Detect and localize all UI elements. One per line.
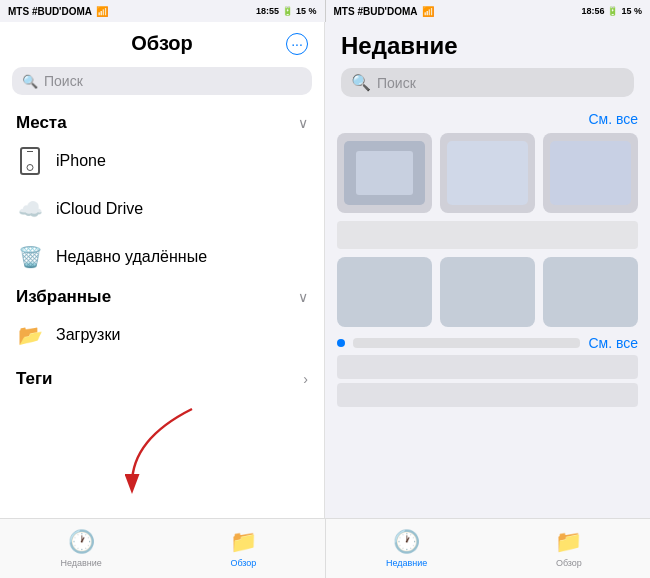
section-divider-row: См. все [337, 335, 638, 351]
right-search-icon: 🔍 [351, 73, 371, 92]
recently-deleted-label: Недавно удалённые [56, 248, 207, 266]
places-chevron-icon: ∨ [298, 115, 308, 131]
more-button[interactable]: ··· [286, 33, 308, 55]
tab-bars: 🕐 Недавние 📁 Обзор 🕐 Недавние 📁 Обзор [0, 518, 650, 578]
left-battery: 🔋 [282, 6, 293, 16]
right-battery-pct: 15 % [621, 6, 642, 16]
section-dot [337, 339, 345, 347]
clock-icon-left: 🕐 [68, 529, 95, 555]
trash-icon: 🗑️ [16, 243, 44, 271]
tab-overview-right[interactable]: 📁 Обзор [488, 519, 650, 578]
right-panel-title: Недавние [341, 32, 634, 60]
right-status-left: MTS #BUD'DOMA 📶 [334, 6, 434, 17]
section-label [353, 338, 580, 348]
icloud-icon: ☁️ [16, 195, 44, 223]
tab-recent-right-label: Недавние [386, 558, 427, 568]
right-search-bar[interactable]: 🔍 Поиск [341, 68, 634, 97]
tab-recent-left-label: Недавние [60, 558, 101, 568]
tags-chevron-icon: › [303, 371, 308, 387]
arrow-annotation-area [0, 399, 324, 518]
left-header: Обзор ··· [0, 22, 324, 63]
right-carrier: MTS #BUD'DOMA [334, 6, 418, 17]
left-search-bar[interactable]: 🔍 Поиск [12, 67, 312, 95]
recently-deleted-item[interactable]: 🗑️ Недавно удалённые [0, 233, 324, 281]
places-section-header: Места ∨ [0, 107, 324, 137]
tab-recent-right[interactable]: 🕐 Недавние [326, 519, 488, 578]
right-status-right: 18:56 🔋 15 % [581, 6, 642, 16]
blurred-text-row [337, 221, 638, 249]
right-status-bar: MTS #BUD'DOMA 📶 18:56 🔋 15 % [326, 0, 651, 22]
folder-icon-left: 📁 [230, 529, 257, 555]
tab-overview-left[interactable]: 📁 Обзор [162, 519, 324, 578]
left-search-icon: 🔍 [22, 74, 38, 89]
status-bars: MTS #BUD'DOMA 📶 18:55 🔋 15 % MTS #BUD'DO… [0, 0, 650, 22]
file-mini-rows [337, 355, 638, 407]
left-carrier: MTS #BUD'DOMA [8, 6, 92, 17]
file-mini-1 [337, 355, 638, 379]
right-wifi-icon: 📶 [422, 6, 434, 17]
right-search-placeholder: Поиск [377, 75, 416, 91]
left-wifi-icon: 📶 [96, 6, 108, 17]
folder-icon-right: 📁 [555, 529, 582, 555]
tab-overview-right-label: Обзор [556, 558, 582, 568]
right-time: 18:56 [581, 6, 604, 16]
left-tab-bar: 🕐 Недавние 📁 Обзор [0, 519, 326, 578]
tags-section[interactable]: Теги › [0, 359, 324, 399]
favorites-section-header: Избранные ∨ [0, 281, 324, 311]
file-row-2 [440, 257, 535, 327]
tags-title: Теги [16, 369, 53, 389]
right-header: Недавние 🔍 Поиск [325, 22, 650, 103]
file-thumb-3 [543, 133, 638, 213]
left-status-right: 18:55 🔋 15 % [256, 6, 317, 16]
downloads-folder-icon: 📂 [16, 321, 44, 349]
left-panel: Обзор ··· 🔍 Поиск Места ∨ iPhone ☁️ iClo… [0, 22, 325, 518]
see-all-link-2[interactable]: См. все [588, 335, 638, 351]
file-thumb-1 [337, 133, 432, 213]
file-row-3 [543, 257, 638, 327]
iphone-item[interactable]: iPhone [0, 137, 324, 185]
left-time: 18:55 [256, 6, 279, 16]
see-all-link-1[interactable]: См. все [588, 111, 638, 127]
right-battery-icon: 🔋 [607, 6, 618, 16]
downloads-label: Загрузки [56, 326, 120, 344]
main-content: Обзор ··· 🔍 Поиск Места ∨ iPhone ☁️ iClo… [0, 22, 650, 518]
right-tab-bar: 🕐 Недавние 📁 Обзор [326, 519, 651, 578]
left-panel-title: Обзор [131, 32, 193, 55]
arrow-svg [102, 399, 222, 499]
see-all-row-1: См. все [337, 111, 638, 127]
file-thumb-2 [440, 133, 535, 213]
favorites-title: Избранные [16, 287, 111, 307]
left-battery-pct: 15 % [296, 6, 317, 16]
left-status-left: MTS #BUD'DOMA 📶 [8, 6, 108, 17]
file-thumbnails-row [337, 133, 638, 213]
icloud-label: iCloud Drive [56, 200, 143, 218]
tab-overview-left-label: Обзор [230, 558, 256, 568]
favorites-chevron-icon: ∨ [298, 289, 308, 305]
recent-content: См. все [325, 103, 650, 518]
clock-icon-right: 🕐 [393, 529, 420, 555]
file-row-1 [337, 257, 432, 327]
iphone-label: iPhone [56, 152, 106, 170]
icloud-drive-item[interactable]: ☁️ iCloud Drive [0, 185, 324, 233]
places-title: Места [16, 113, 67, 133]
file-rows [337, 257, 638, 327]
left-search-placeholder: Поиск [44, 73, 83, 89]
tab-recent-left[interactable]: 🕐 Недавние [0, 519, 162, 578]
file-mini-2 [337, 383, 638, 407]
iphone-icon [16, 147, 44, 175]
right-panel: Недавние 🔍 Поиск См. все [325, 22, 650, 518]
downloads-item[interactable]: 📂 Загрузки [0, 311, 324, 359]
left-status-bar: MTS #BUD'DOMA 📶 18:55 🔋 15 % [0, 0, 326, 22]
